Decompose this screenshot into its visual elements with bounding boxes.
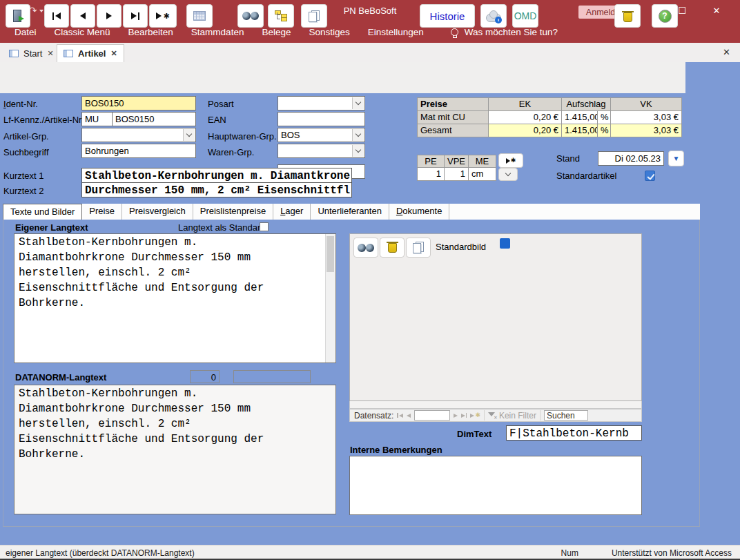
- cloud-info-button[interactable]: [480, 4, 507, 28]
- new-record-button[interactable]: ✱: [149, 4, 177, 28]
- image-paste-button[interactable]: [406, 238, 431, 258]
- redo-dropdown-icon[interactable]: [39, 10, 43, 15]
- menu-datei[interactable]: Datei: [6, 27, 46, 37]
- price-mat-ek[interactable]: 0,20 €: [488, 110, 562, 124]
- image-horizontal-scrollbar[interactable]: [349, 401, 642, 409]
- eigener-langtext-scrollbar[interactable]: [325, 234, 335, 363]
- omd-button[interactable]: OMD: [512, 4, 538, 28]
- menu-classic-menu[interactable]: Classic Menü: [46, 27, 119, 37]
- close-button[interactable]: ✕: [701, 0, 732, 21]
- price-gesamt-vk[interactable]: 3,03 €: [610, 124, 682, 137]
- interne-bemerkungen-label: Interne Bemerkungen: [350, 445, 442, 455]
- nav-last-record-icon[interactable]: [461, 413, 467, 418]
- hauptwaren-grp-combo[interactable]: BOS: [278, 128, 365, 142]
- unit-pe-field[interactable]: 1: [417, 167, 445, 181]
- delete-button[interactable]: [614, 4, 641, 28]
- tab-preislistenpreise[interactable]: Preislistenpreise: [193, 204, 273, 220]
- tab-texte-und-bilder[interactable]: Texte und Bilder: [3, 204, 82, 220]
- standardartikel-checkbox[interactable]: [645, 171, 655, 181]
- tab-artikel-label: Artikel: [78, 48, 106, 59]
- interne-bemerkungen-textarea[interactable]: [349, 456, 642, 515]
- standardbild-checkbox[interactable]: [500, 238, 510, 249]
- menu-bearbeiten[interactable]: Bearbeiten: [119, 27, 182, 37]
- dimtext-field[interactable]: F|Stahlbeton-Kernb: [506, 425, 642, 441]
- form-icon: [9, 50, 19, 57]
- divider: [484, 410, 485, 421]
- unit-new-record-button[interactable]: ✱: [498, 153, 523, 168]
- stand-dropdown-button[interactable]: ▼: [668, 151, 684, 166]
- suchbegriff-field[interactable]: Bohrungen: [81, 144, 196, 158]
- record-number-box[interactable]: [414, 410, 450, 421]
- help-icon: [659, 10, 672, 23]
- tab-dokumente[interactable]: Dokumente: [389, 204, 449, 220]
- price-gesamt-pct: %: [597, 124, 611, 137]
- datanorm-count-field[interactable]: 0: [190, 370, 220, 383]
- unit-me-combo-button[interactable]: [498, 168, 518, 181]
- image-delete-button[interactable]: [380, 238, 405, 258]
- previous-record-button[interactable]: [70, 4, 95, 28]
- tabbar-close-icon[interactable]: ✕: [723, 47, 730, 57]
- datanorm-langtext-textarea[interactable]: Stahlbeton-Kernbohrungen m. Diamantbohrk…: [14, 385, 336, 514]
- hauptwaren-grp-label: Hauptwaren-Grp.: [208, 131, 277, 142]
- assistant-label: Was möchten Sie tun?: [465, 27, 558, 37]
- tell-me-assistant[interactable]: Was möchten Sie tun?: [451, 27, 558, 37]
- eigener-langtext-textarea[interactable]: Stahlbeton-Kernbohrungen m. Diamantbohrk…: [14, 233, 336, 363]
- tab-start[interactable]: Start ✕: [3, 44, 60, 62]
- menu-einstellungen[interactable]: Einstellungen: [359, 27, 433, 37]
- binoculars-icon: [358, 243, 374, 253]
- kurztext2-field[interactable]: Durchmesser 150 mm, 2 cm² Eisenschnittfl: [81, 182, 352, 197]
- stand-field[interactable]: Di 02.05.23: [598, 151, 664, 166]
- last-record-button[interactable]: [123, 4, 148, 28]
- search-button[interactable]: [237, 4, 264, 28]
- search-box[interactable]: Suchen: [544, 410, 588, 421]
- nav-next-record-icon[interactable]: [454, 414, 458, 418]
- ident-nr-field[interactable]: BOS0150: [81, 96, 196, 110]
- tab-start-close-icon[interactable]: ✕: [47, 49, 53, 58]
- nav-previous-record-icon[interactable]: [407, 414, 411, 418]
- filter-icon[interactable]: [488, 412, 496, 419]
- menu-sonstiges[interactable]: Sonstiges: [300, 27, 358, 37]
- image-search-button[interactable]: [353, 238, 378, 258]
- menu-stammdaten[interactable]: Stammdaten: [182, 27, 253, 37]
- artikel-grp-label: Artikel-Grp.: [3, 131, 49, 142]
- kurztext1-field[interactable]: Stahlbeton-Kernbohrungen m. Diamantkrone: [81, 168, 352, 183]
- ean-field[interactable]: [278, 112, 365, 126]
- tab-unterlieferanten[interactable]: Unterlieferanten: [311, 204, 389, 220]
- menu-belege[interactable]: Belege: [253, 27, 300, 37]
- price-mat-aufschlag[interactable]: 1.415,00: [561, 110, 598, 124]
- price-gesamt-ek[interactable]: 0,20 €: [488, 124, 562, 137]
- posart-combo[interactable]: [278, 96, 365, 110]
- historie-button[interactable]: Historie: [420, 4, 475, 28]
- combo-arrow-button[interactable]: [352, 145, 364, 157]
- combo-arrow-button[interactable]: [352, 129, 364, 141]
- tab-preisvergleich[interactable]: Preisvergleich: [122, 204, 193, 220]
- help-button[interactable]: [652, 4, 678, 28]
- artikel-grp-combo[interactable]: [81, 128, 196, 142]
- unit-vpe-field[interactable]: 1: [444, 167, 469, 181]
- cloud-info-icon: [486, 14, 501, 22]
- tab-artikel-close-icon[interactable]: ✕: [110, 49, 117, 58]
- copy-button[interactable]: [301, 4, 327, 28]
- lf-kennz-field[interactable]: MU: [81, 112, 113, 126]
- exit-form-button[interactable]: [6, 4, 30, 28]
- tab-preise[interactable]: Preise: [82, 204, 122, 220]
- combo-arrow-button[interactable]: [183, 129, 195, 141]
- nav-first-record-icon[interactable]: [397, 413, 403, 418]
- hierarchy-icon: [275, 10, 287, 21]
- trash-icon: [623, 12, 632, 22]
- next-record-button[interactable]: [97, 4, 121, 28]
- datanorm-extra-field[interactable]: [233, 370, 311, 383]
- langtext-als-standard-checkbox[interactable]: [260, 222, 269, 231]
- structure-button[interactable]: [268, 4, 294, 28]
- artikel-nr-field[interactable]: BOS0150: [112, 112, 196, 126]
- first-record-button[interactable]: [44, 4, 69, 28]
- unit-me-field[interactable]: cm: [468, 167, 496, 181]
- tab-artikel[interactable]: Artikel ✕: [57, 44, 124, 62]
- nav-new-record-icon[interactable]: ✱: [470, 412, 480, 418]
- datasheet-view-button[interactable]: [186, 4, 213, 28]
- combo-arrow-button[interactable]: [352, 97, 364, 109]
- price-gesamt-aufschlag[interactable]: 1.415,00: [561, 124, 598, 137]
- price-mat-vk[interactable]: 3,03 €: [610, 110, 682, 124]
- waren-grp-combo[interactable]: [278, 144, 365, 158]
- tab-lager[interactable]: Lager: [273, 204, 311, 220]
